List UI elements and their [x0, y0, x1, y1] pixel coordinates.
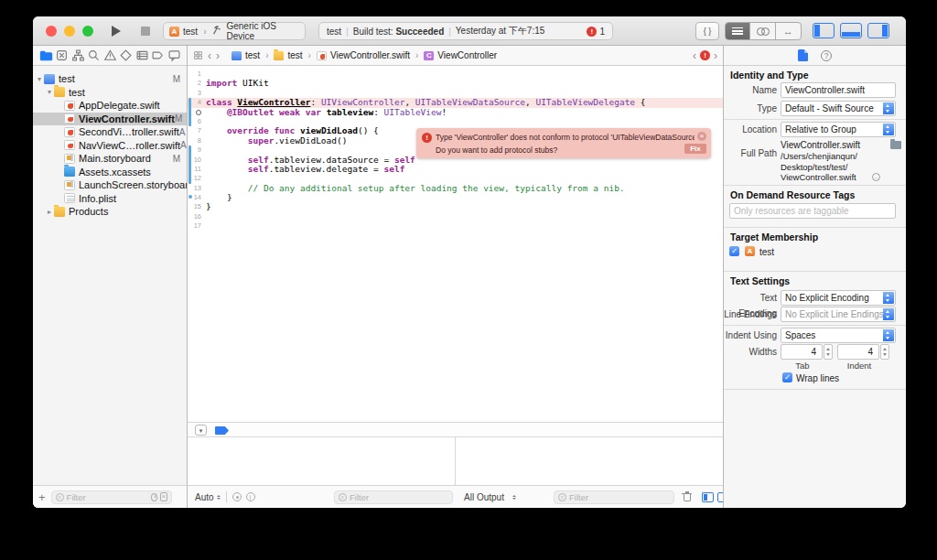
- tree-item-label: SecondVi…troller.swift: [79, 126, 179, 137]
- tree-item-Main.storyboard[interactable]: Main.storyboardM: [33, 152, 187, 166]
- breakpoint-navigator-icon[interactable]: [151, 48, 166, 63]
- type-dropdown[interactable]: Default - Swift Source: [781, 101, 896, 116]
- folder-icon[interactable]: [890, 141, 901, 149]
- console-filter-input[interactable]: [569, 492, 670, 502]
- report-navigator-icon[interactable]: [167, 48, 181, 63]
- version-editor-button[interactable]: ↔: [776, 23, 801, 39]
- recent-files-filter-icon[interactable]: [151, 493, 157, 501]
- debug-pane-divider[interactable]: [455, 437, 456, 485]
- scheme-selector[interactable]: A test › Generic iOS Device: [163, 22, 306, 40]
- indent-width-stepper[interactable]: [880, 344, 889, 360]
- error-badge-icon[interactable]: !: [587, 27, 597, 37]
- help-inspector-icon[interactable]: ?: [821, 50, 832, 61]
- open-path-arrow-icon[interactable]: →: [872, 173, 880, 181]
- breadcrumb-item[interactable]: test: [245, 50, 260, 60]
- issue-navigator-icon[interactable]: [102, 48, 117, 63]
- tree-item-LaunchScreen.storyboard[interactable]: LaunchScreen.storyboard: [33, 178, 187, 192]
- tree-item-test[interactable]: ▾testM: [33, 72, 187, 86]
- wrap-lines-checkbox[interactable]: [782, 372, 792, 382]
- issue-badge-icon[interactable]: !: [700, 50, 710, 60]
- text-encoding-dropdown[interactable]: No Explicit Encoding: [781, 290, 896, 306]
- disclosure-triangle-icon[interactable]: ▸: [45, 208, 54, 216]
- hide-debug-area-button[interactable]: ▾: [195, 425, 207, 436]
- variables-filter-field[interactable]: ≡: [334, 490, 453, 504]
- toggle-navigator-button[interactable]: [813, 23, 835, 38]
- scm-status-filter-icon[interactable]: ×: [160, 492, 167, 501]
- error-count[interactable]: 1: [599, 27, 605, 37]
- disclosure-triangle-icon[interactable]: ▾: [45, 88, 54, 96]
- scheme-target[interactable]: test: [183, 27, 198, 37]
- code-line-15[interactable]: 15}: [188, 202, 723, 211]
- source-editor[interactable]: 12import UIKit34class ViewController: UI…: [188, 66, 723, 422]
- project-navigator-icon[interactable]: [38, 48, 53, 63]
- location-icon[interactable]: [232, 492, 242, 501]
- symbol-navigator-icon[interactable]: [70, 48, 85, 63]
- code-review-button[interactable]: { }: [695, 22, 719, 40]
- code-line-14[interactable]: 14 }: [188, 193, 723, 202]
- code-line-16[interactable]: 16: [188, 212, 723, 221]
- go-back-button[interactable]: ‹: [208, 47, 211, 65]
- tree-item-NavViewC…roller.swift[interactable]: NavViewC…roller.swiftA: [33, 139, 187, 153]
- next-issue-button[interactable]: ›: [714, 47, 717, 65]
- disclosure-triangle-icon[interactable]: ▾: [35, 75, 44, 83]
- stop-button[interactable]: [141, 27, 150, 36]
- fix-button[interactable]: Fix: [684, 144, 706, 154]
- breakpoints-toggle-icon[interactable]: [215, 426, 229, 435]
- toggle-debug-area-button[interactable]: [840, 23, 862, 38]
- scheme-destination[interactable]: Generic iOS Device: [226, 21, 299, 41]
- code-line-11[interactable]: 11 self.tableview.delegate = self: [188, 165, 723, 174]
- debug-navigator-icon[interactable]: [135, 48, 149, 63]
- clear-console-icon[interactable]: [682, 491, 692, 502]
- variables-filter-input[interactable]: [350, 492, 448, 502]
- close-banner-icon[interactable]: ×: [697, 132, 706, 141]
- odr-tags-field[interactable]: [729, 203, 896, 219]
- file-inspector-icon[interactable]: [798, 49, 808, 61]
- outlet-connection-icon[interactable]: [196, 110, 201, 115]
- source-control-icon[interactable]: [55, 48, 70, 63]
- navigator-filter-input[interactable]: [67, 492, 148, 502]
- tree-item-AppDelegate.swift[interactable]: AppDelegate.swift: [33, 99, 187, 113]
- tree-item-SecondVi…troller.swift[interactable]: SecondVi…troller.swiftA: [33, 125, 187, 139]
- navigator-filter-field[interactable]: ≡ ×: [51, 490, 172, 504]
- breadcrumb-item[interactable]: ViewController.swift: [330, 50, 410, 60]
- minimize-window-button[interactable]: [64, 26, 75, 37]
- target-checkbox[interactable]: [729, 246, 739, 256]
- find-navigator-icon[interactable]: [87, 48, 102, 63]
- toggle-inspector-button[interactable]: [867, 23, 889, 38]
- code-line-2[interactable]: 2import UIKit: [188, 79, 723, 88]
- indent-using-dropdown[interactable]: Spaces: [781, 328, 896, 343]
- variables-scope-popup[interactable]: Auto: [195, 492, 214, 502]
- indent-width-field[interactable]: [837, 344, 879, 360]
- breadcrumb-item[interactable]: ViewController: [437, 50, 497, 60]
- show-variables-view-button[interactable]: [702, 492, 714, 502]
- breadcrumb-item[interactable]: test: [287, 50, 302, 60]
- tree-item-Products[interactable]: ▸Products: [33, 205, 187, 219]
- assistant-editor-button[interactable]: [750, 23, 775, 39]
- related-items-icon[interactable]: [193, 48, 203, 64]
- console-filter-field[interactable]: ≡: [554, 490, 674, 504]
- add-file-button[interactable]: +: [38, 490, 46, 504]
- tree-item-Assets.xcassets[interactable]: Assets.xcassets: [33, 166, 187, 179]
- tab-width-stepper[interactable]: [824, 344, 833, 360]
- close-window-button[interactable]: [46, 26, 57, 37]
- test-navigator-icon[interactable]: [119, 48, 134, 63]
- location-dropdown[interactable]: Relative to Group: [781, 122, 896, 137]
- standard-editor-button[interactable]: [726, 23, 750, 39]
- zoom-window-button[interactable]: [82, 26, 93, 37]
- code-line-17[interactable]: 17: [188, 221, 723, 231]
- tab-width-field[interactable]: [781, 344, 823, 360]
- tree-item-test[interactable]: ▾test: [33, 86, 187, 100]
- code-line-13[interactable]: 13 // Do any additional setup after load…: [188, 184, 723, 193]
- line-number: 17: [188, 221, 206, 231]
- dropdown-arrows-icon: [883, 308, 894, 320]
- info-icon[interactable]: i: [246, 492, 255, 501]
- console-output-popup[interactable]: All Output: [464, 492, 504, 502]
- code-line-5[interactable]: @IBOutlet weak var tableview: UITableVie…: [188, 108, 723, 117]
- run-button[interactable]: [112, 26, 121, 37]
- previous-issue-button[interactable]: ‹: [693, 47, 696, 65]
- tree-item-Info.plist[interactable]: Info.plist: [33, 192, 187, 206]
- go-forward-button[interactable]: ›: [216, 47, 220, 65]
- line-endings-dropdown[interactable]: No Explicit Line Endings: [781, 307, 896, 322]
- name-field[interactable]: [781, 82, 896, 98]
- tree-item-ViewController.swift[interactable]: ViewController.swiftM: [33, 113, 187, 126]
